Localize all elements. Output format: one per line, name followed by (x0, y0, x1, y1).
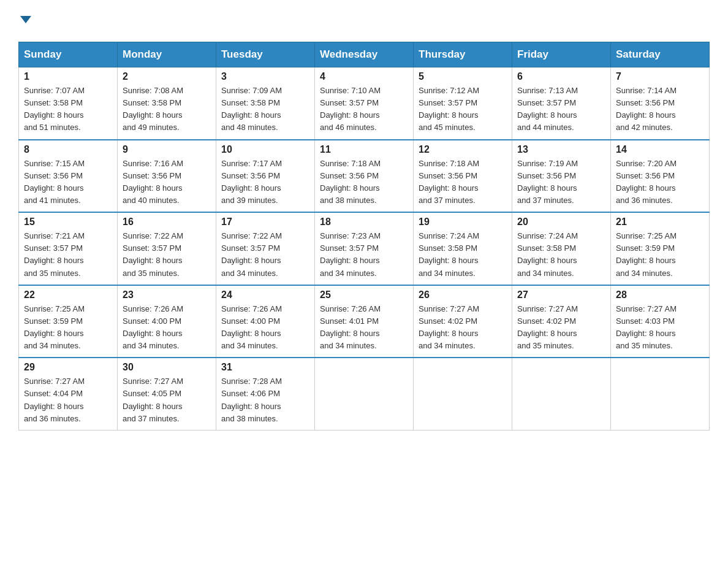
weekday-header-monday: Monday (118, 42, 216, 67)
weekday-header-friday: Friday (512, 42, 611, 67)
page-header (18, 12, 710, 29)
day-info: Sunrise: 7:21 AM Sunset: 3:57 PM Dayligh… (24, 230, 112, 280)
logo-arrow-icon (20, 16, 31, 23)
day-info: Sunrise: 7:27 AM Sunset: 4:02 PM Dayligh… (517, 303, 605, 353)
calendar-cell (611, 358, 710, 430)
day-number: 21 (616, 216, 704, 228)
calendar-cell: 18 Sunrise: 7:23 AM Sunset: 3:57 PM Dayl… (315, 212, 414, 285)
day-info: Sunrise: 7:18 AM Sunset: 3:56 PM Dayligh… (320, 158, 408, 207)
day-number: 16 (123, 216, 211, 228)
day-info: Sunrise: 7:26 AM Sunset: 4:00 PM Dayligh… (221, 303, 309, 353)
calendar-cell: 14 Sunrise: 7:20 AM Sunset: 3:56 PM Dayl… (611, 140, 710, 213)
day-number: 8 (24, 144, 112, 155)
day-info: Sunrise: 7:10 AM Sunset: 3:57 PM Dayligh… (320, 85, 408, 134)
day-info: Sunrise: 7:15 AM Sunset: 3:56 PM Dayligh… (24, 158, 112, 207)
day-number: 6 (517, 71, 605, 82)
day-info: Sunrise: 7:24 AM Sunset: 3:58 PM Dayligh… (419, 230, 507, 280)
calendar-cell: 24 Sunrise: 7:26 AM Sunset: 4:00 PM Dayl… (216, 285, 315, 358)
calendar-cell: 30 Sunrise: 7:27 AM Sunset: 4:05 PM Dayl… (118, 358, 216, 430)
calendar-cell: 4 Sunrise: 7:10 AM Sunset: 3:57 PM Dayli… (315, 67, 414, 140)
day-info: Sunrise: 7:27 AM Sunset: 4:05 PM Dayligh… (123, 375, 211, 425)
day-info: Sunrise: 7:19 AM Sunset: 3:56 PM Dayligh… (517, 158, 605, 207)
day-number: 22 (24, 289, 112, 301)
day-number: 9 (123, 144, 211, 155)
day-number: 27 (517, 289, 605, 301)
calendar-cell: 12 Sunrise: 7:18 AM Sunset: 3:56 PM Dayl… (414, 140, 512, 213)
calendar-week-row: 1 Sunrise: 7:07 AM Sunset: 3:58 PM Dayli… (19, 67, 710, 140)
day-number: 26 (419, 289, 507, 301)
calendar-cell: 10 Sunrise: 7:17 AM Sunset: 3:56 PM Dayl… (216, 140, 315, 213)
day-number: 12 (419, 144, 507, 155)
calendar-cell: 17 Sunrise: 7:22 AM Sunset: 3:57 PM Dayl… (216, 212, 315, 285)
weekday-header-saturday: Saturday (611, 42, 710, 67)
day-number: 10 (221, 144, 309, 155)
day-info: Sunrise: 7:08 AM Sunset: 3:58 PM Dayligh… (123, 85, 211, 134)
calendar-cell: 1 Sunrise: 7:07 AM Sunset: 3:58 PM Dayli… (19, 67, 118, 140)
calendar-cell: 6 Sunrise: 7:13 AM Sunset: 3:57 PM Dayli… (512, 67, 611, 140)
weekday-header-tuesday: Tuesday (216, 42, 315, 67)
calendar-cell: 2 Sunrise: 7:08 AM Sunset: 3:58 PM Dayli… (118, 67, 216, 140)
day-info: Sunrise: 7:20 AM Sunset: 3:56 PM Dayligh… (616, 158, 704, 207)
day-number: 25 (320, 289, 408, 301)
calendar-cell: 3 Sunrise: 7:09 AM Sunset: 3:58 PM Dayli… (216, 67, 315, 140)
calendar-cell: 7 Sunrise: 7:14 AM Sunset: 3:56 PM Dayli… (611, 67, 710, 140)
day-info: Sunrise: 7:09 AM Sunset: 3:58 PM Dayligh… (221, 85, 309, 134)
calendar-week-row: 15 Sunrise: 7:21 AM Sunset: 3:57 PM Dayl… (19, 212, 710, 285)
day-number: 19 (419, 216, 507, 228)
calendar-week-row: 29 Sunrise: 7:27 AM Sunset: 4:04 PM Dayl… (19, 358, 710, 430)
logo (18, 12, 31, 29)
calendar-cell: 16 Sunrise: 7:22 AM Sunset: 3:57 PM Dayl… (118, 212, 216, 285)
calendar-cell: 27 Sunrise: 7:27 AM Sunset: 4:02 PM Dayl… (512, 285, 611, 358)
day-number: 20 (517, 216, 605, 228)
calendar-cell: 8 Sunrise: 7:15 AM Sunset: 3:56 PM Dayli… (19, 140, 118, 213)
day-info: Sunrise: 7:14 AM Sunset: 3:56 PM Dayligh… (616, 85, 704, 134)
day-number: 4 (320, 71, 408, 82)
calendar-cell: 20 Sunrise: 7:24 AM Sunset: 3:58 PM Dayl… (512, 212, 611, 285)
calendar-cell: 13 Sunrise: 7:19 AM Sunset: 3:56 PM Dayl… (512, 140, 611, 213)
day-info: Sunrise: 7:16 AM Sunset: 3:56 PM Dayligh… (123, 158, 211, 207)
calendar-cell: 22 Sunrise: 7:25 AM Sunset: 3:59 PM Dayl… (19, 285, 118, 358)
day-number: 5 (419, 71, 507, 82)
calendar-cell: 5 Sunrise: 7:12 AM Sunset: 3:57 PM Dayli… (414, 67, 512, 140)
day-info: Sunrise: 7:26 AM Sunset: 4:00 PM Dayligh… (123, 303, 211, 353)
weekday-header-thursday: Thursday (414, 42, 512, 67)
weekday-header-wednesday: Wednesday (315, 42, 414, 67)
calendar-cell: 23 Sunrise: 7:26 AM Sunset: 4:00 PM Dayl… (118, 285, 216, 358)
day-info: Sunrise: 7:18 AM Sunset: 3:56 PM Dayligh… (419, 158, 507, 207)
day-info: Sunrise: 7:25 AM Sunset: 3:59 PM Dayligh… (24, 303, 112, 353)
calendar-header-row: SundayMondayTuesdayWednesdayThursdayFrid… (19, 42, 710, 67)
day-number: 11 (320, 144, 408, 155)
day-number: 28 (616, 289, 704, 301)
day-number: 17 (221, 216, 309, 228)
day-info: Sunrise: 7:22 AM Sunset: 3:57 PM Dayligh… (123, 230, 211, 280)
calendar-cell: 25 Sunrise: 7:26 AM Sunset: 4:01 PM Dayl… (315, 285, 414, 358)
calendar-cell (315, 358, 414, 430)
day-info: Sunrise: 7:12 AM Sunset: 3:57 PM Dayligh… (419, 85, 507, 134)
day-info: Sunrise: 7:27 AM Sunset: 4:02 PM Dayligh… (419, 303, 507, 353)
calendar-cell: 31 Sunrise: 7:28 AM Sunset: 4:06 PM Dayl… (216, 358, 315, 430)
calendar-cell: 15 Sunrise: 7:21 AM Sunset: 3:57 PM Dayl… (19, 212, 118, 285)
day-number: 7 (616, 71, 704, 82)
calendar-cell: 19 Sunrise: 7:24 AM Sunset: 3:58 PM Dayl… (414, 212, 512, 285)
calendar-table: SundayMondayTuesdayWednesdayThursdayFrid… (18, 42, 710, 431)
day-number: 15 (24, 216, 112, 228)
calendar-cell: 11 Sunrise: 7:18 AM Sunset: 3:56 PM Dayl… (315, 140, 414, 213)
day-number: 31 (221, 362, 309, 373)
day-info: Sunrise: 7:22 AM Sunset: 3:57 PM Dayligh… (221, 230, 309, 280)
day-number: 30 (123, 362, 211, 373)
day-info: Sunrise: 7:24 AM Sunset: 3:58 PM Dayligh… (517, 230, 605, 280)
calendar-cell: 21 Sunrise: 7:25 AM Sunset: 3:59 PM Dayl… (611, 212, 710, 285)
day-number: 18 (320, 216, 408, 228)
day-number: 24 (221, 289, 309, 301)
day-info: Sunrise: 7:26 AM Sunset: 4:01 PM Dayligh… (320, 303, 408, 353)
calendar-cell: 29 Sunrise: 7:27 AM Sunset: 4:04 PM Dayl… (19, 358, 118, 430)
day-number: 2 (123, 71, 211, 82)
day-number: 1 (24, 71, 112, 82)
calendar-cell (414, 358, 512, 430)
calendar-cell: 28 Sunrise: 7:27 AM Sunset: 4:03 PM Dayl… (611, 285, 710, 358)
calendar-cell (512, 358, 611, 430)
calendar-week-row: 8 Sunrise: 7:15 AM Sunset: 3:56 PM Dayli… (19, 140, 710, 213)
day-number: 23 (123, 289, 211, 301)
calendar-cell: 9 Sunrise: 7:16 AM Sunset: 3:56 PM Dayli… (118, 140, 216, 213)
day-info: Sunrise: 7:23 AM Sunset: 3:57 PM Dayligh… (320, 230, 408, 280)
